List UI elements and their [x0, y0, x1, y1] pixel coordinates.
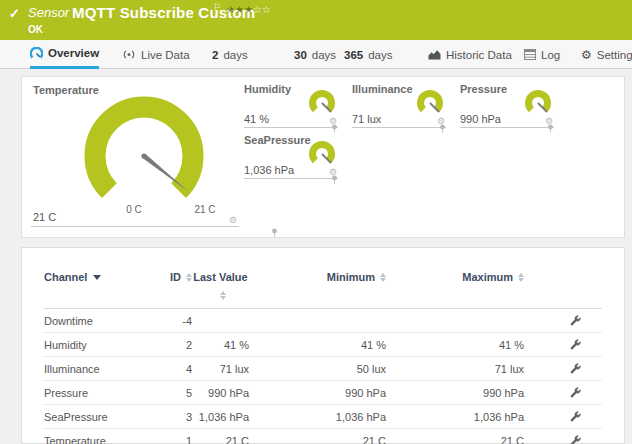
tab-30-days[interactable]: 30 days — [294, 40, 336, 69]
column-header-minimum[interactable]: Minimum — [249, 271, 386, 283]
tab-settings-label: Settings — [597, 49, 632, 61]
cell-channel: Illuminance — [44, 363, 149, 375]
tab-log-label: Log — [541, 49, 560, 61]
gauge-actions: ⚙ — [229, 216, 237, 225]
cell-minimum: 41 % — [249, 339, 386, 351]
live-data-icon — [122, 48, 136, 61]
sensor-kind-label: Sensor — [28, 5, 69, 20]
column-header-channel[interactable]: Channel — [44, 271, 149, 283]
table-row-seapressure: SeaPressure 3 1,036 hPa 1,036 hPa 1,036 … — [44, 405, 602, 429]
sort-icon[interactable] — [518, 273, 524, 282]
historic-data-chart-icon — [428, 49, 441, 60]
cell-id: -4 — [149, 315, 192, 327]
tab-2-days-number: 2 — [212, 49, 218, 61]
channel-settings-button[interactable] — [524, 363, 602, 374]
channel-settings-button[interactable] — [524, 435, 602, 444]
gauge-actions: ⚙ — [329, 117, 337, 126]
wrench-icon — [570, 411, 581, 422]
cell-channel: Pressure — [44, 387, 149, 399]
gauge-title: Pressure — [460, 83, 507, 95]
cell-maximum: 71 lux — [386, 363, 524, 375]
cell-minimum: 50 lux — [249, 363, 386, 375]
pin-icon[interactable] — [547, 124, 554, 133]
gauge-tile-seapressure: SeaPressure 1,036 hPa ⚙ — [244, 133, 338, 179]
table-row-illuminance: Illuminance 4 71 lux 50 lux 71 lux — [44, 357, 602, 381]
channel-settings-button[interactable] — [524, 387, 602, 398]
status-ok-check-icon: ✓ — [9, 6, 20, 21]
pin-icon[interactable] — [439, 124, 446, 133]
channel-table-panel: Channel ID Last Value Minimum Maximum Do… — [21, 247, 625, 444]
gauge-value: 1,036 hPa — [244, 164, 294, 176]
cell-id: 3 — [149, 411, 192, 423]
cell-minimum: 21 C — [249, 435, 386, 444]
cell-channel: Humidity — [44, 339, 149, 351]
tab-365-days-label: days — [368, 49, 392, 61]
tab-365-days[interactable]: 365 days — [344, 40, 392, 69]
overview-gauge-icon — [30, 47, 43, 60]
column-header-id[interactable]: ID — [149, 271, 192, 283]
tab-live-data-label: Live Data — [141, 49, 190, 61]
tile-divider — [31, 226, 239, 227]
gauge-value: 71 lux — [352, 113, 381, 125]
channel-settings-button[interactable] — [524, 411, 602, 422]
temperature-gauge — [73, 94, 207, 218]
gauge-tile-pressure: Pressure 990 hPa ⚙ — [460, 82, 554, 128]
column-header-maximum[interactable]: Maximum — [386, 271, 524, 283]
sort-desc-icon[interactable] — [93, 275, 101, 280]
wrench-icon — [570, 363, 581, 374]
tab-overview[interactable]: Overview — [30, 40, 99, 69]
channel-table: Channel ID Last Value Minimum Maximum Do… — [22, 248, 624, 444]
cell-last-value: 71 lux — [192, 363, 249, 375]
cell-id: 4 — [149, 363, 192, 375]
gauge-actions: ⚙ — [545, 117, 553, 126]
cell-minimum: 1,036 hPa — [249, 411, 386, 423]
tab-30-days-number: 30 — [294, 49, 307, 61]
tab-live-data[interactable]: Live Data — [122, 40, 190, 69]
tab-log[interactable]: Log — [524, 40, 560, 69]
cell-maximum: 1,036 hPa — [386, 411, 524, 423]
tab-2-days[interactable]: 2 days — [212, 40, 248, 69]
tab-30-days-label: days — [312, 49, 336, 61]
tab-settings[interactable]: ⚙ Settings — [581, 40, 632, 69]
tab-bar: Overview Live Data 2 days 30 days 365 da… — [0, 40, 632, 69]
gauge-title: Humidity — [244, 83, 291, 95]
gauge-tile-illuminance: Illuminance 71 lux ⚙ — [352, 82, 446, 128]
tab-365-days-number: 365 — [344, 49, 363, 61]
cell-channel: SeaPressure — [44, 411, 149, 423]
flag-icon[interactable]: ⚐ — [213, 2, 221, 12]
channel-settings-button[interactable] — [524, 339, 602, 350]
cell-maximum: 990 hPa — [386, 387, 524, 399]
channel-settings-button[interactable] — [524, 315, 602, 326]
stars-empty[interactable]: ☆☆ — [253, 4, 271, 15]
pin-icon[interactable] — [331, 175, 338, 184]
gauge-value: 41 % — [244, 113, 269, 125]
tab-historic-data[interactable]: Historic Data — [428, 40, 512, 69]
gauge-value: 990 hPa — [460, 113, 501, 125]
sort-icon[interactable] — [220, 291, 226, 300]
priority-stars[interactable]: ★★★☆☆ — [226, 4, 271, 15]
gauge-title: Illuminance — [352, 83, 413, 95]
small-gauges-grid: Humidity 41 % ⚙ Illuminance 71 lux ⚙ — [244, 82, 554, 179]
pin-icon[interactable] — [271, 228, 278, 237]
sensor-header: ✓ Sensor MQTT Subscribe Custom ⚐ ★★★☆☆ O… — [0, 0, 632, 40]
table-row-downtime: Downtime -4 — [44, 309, 602, 333]
tab-2-days-label: days — [223, 49, 247, 61]
gauge-title: SeaPressure — [244, 134, 311, 146]
cell-channel: Temperature — [44, 435, 149, 444]
gauge-value: 21 C — [33, 211, 56, 223]
cell-id: 5 — [149, 387, 192, 399]
table-row-pressure: Pressure 5 990 hPa 990 hPa 990 hPa — [44, 381, 602, 405]
wrench-icon — [570, 339, 581, 350]
table-header-row: Channel ID Last Value Minimum Maximum — [44, 248, 602, 309]
stars-filled[interactable]: ★★★ — [226, 4, 253, 15]
tab-historic-data-label: Historic Data — [446, 49, 512, 61]
pin-icon[interactable] — [331, 124, 338, 133]
channel-gear-icon[interactable]: ⚙ — [229, 216, 237, 225]
cell-id: 1 — [149, 435, 192, 444]
column-header-last-value[interactable]: Last Value — [192, 271, 249, 300]
gauge-tile-humidity: Humidity 41 % ⚙ — [244, 82, 338, 128]
cell-last-value: 990 hPa — [192, 387, 249, 399]
cell-maximum: 21 C — [386, 435, 524, 444]
table-row-temperature: Temperature 1 21 C 21 C 21 C — [44, 429, 602, 444]
cell-maximum: 41 % — [386, 339, 524, 351]
